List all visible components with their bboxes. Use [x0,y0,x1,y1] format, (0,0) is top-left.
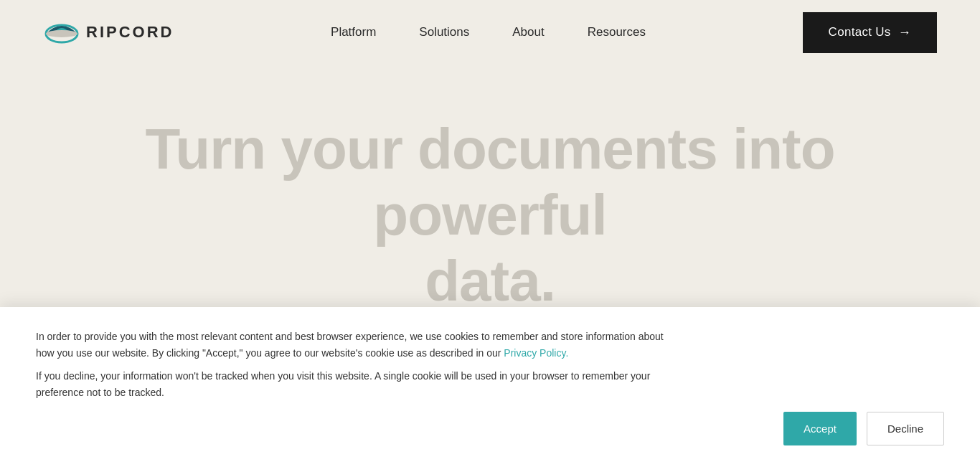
hero-headline: Turn your documents into powerful data. [95,116,885,314]
navbar: RIPCORD Platform Solutions About Resourc… [0,0,980,65]
hero-section: Turn your documents into powerful data. [0,65,980,337]
nav-link-platform[interactable]: Platform [331,25,376,39]
logo[interactable]: RIPCORD [43,15,174,49]
nav-item-about[interactable]: About [512,25,544,39]
cookie-text-block: In order to provide you with the most re… [36,329,944,400]
nav-item-solutions[interactable]: Solutions [419,25,469,39]
privacy-policy-link[interactable]: Privacy Policy. [504,347,568,359]
svg-point-1 [46,30,77,37]
nav-links: Platform Solutions About Resources [331,25,646,39]
contact-arrow-icon: → [898,25,911,40]
cookie-text-1: In order to provide you with the most re… [36,329,682,361]
nav-item-resources[interactable]: Resources [588,25,646,39]
nav-link-resources[interactable]: Resources [588,25,646,39]
decline-button[interactable]: Decline [867,412,944,445]
contact-us-label: Contact Us [829,25,891,39]
hero-headline-line2: data. [425,249,555,313]
accept-button[interactable]: Accept [783,412,857,445]
cookie-buttons: Accept Decline [36,412,944,445]
nav-link-solutions[interactable]: Solutions [419,25,469,39]
hero-headline-line1: Turn your documents into powerful [145,117,834,247]
cookie-banner: In order to provide you with the most re… [0,307,980,467]
ripcord-logo-icon [43,15,80,49]
nav-link-about[interactable]: About [512,25,544,39]
cookie-text-2: If you decline, your information won't b… [36,368,682,400]
nav-item-platform[interactable]: Platform [331,25,376,39]
contact-us-button[interactable]: Contact Us → [803,12,937,53]
logo-text: RIPCORD [86,23,174,42]
